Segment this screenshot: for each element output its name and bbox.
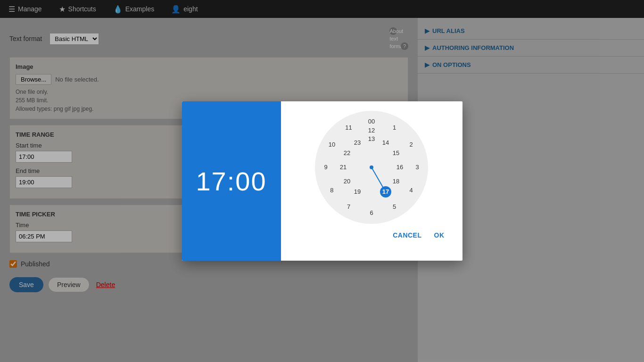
clock-circle: 001311421531641851767198209211022112312	[315, 111, 428, 224]
clock-number-22[interactable]: 22	[341, 148, 353, 159]
modal-clock-panel: 001311421531641851767198209211022112312 …	[281, 101, 462, 261]
clock-face[interactable]: 001311421531641851767198209211022112312	[315, 111, 428, 224]
clock-number-4[interactable]: 4	[405, 185, 417, 196]
clock-number-15[interactable]: 15	[390, 148, 402, 159]
cancel-button[interactable]: CANCEL	[389, 229, 425, 242]
clock-number-19[interactable]: 19	[352, 186, 363, 197]
time-picker-modal: 17:00 0013114215316418517671982092110	[182, 101, 462, 261]
clock-number-9[interactable]: 9	[320, 162, 331, 173]
clock-number-6[interactable]: 6	[366, 207, 377, 219]
clock-number-16[interactable]: 16	[394, 162, 405, 173]
ok-button[interactable]: OK	[430, 229, 448, 242]
modal-time-panel: 17:00	[182, 101, 281, 261]
clock-number-18[interactable]: 18	[390, 176, 402, 187]
clock-number-23[interactable]: 23	[352, 137, 363, 148]
clock-number-7[interactable]: 7	[343, 201, 355, 213]
clock-number-10[interactable]: 10	[326, 139, 338, 150]
clock-number-12[interactable]: 12	[366, 125, 377, 136]
clock-number-17[interactable]: 17	[380, 186, 391, 197]
clock-number-5[interactable]: 5	[389, 201, 400, 213]
modal-actions: CANCEL OK	[290, 229, 453, 242]
clock-number-21[interactable]: 21	[338, 162, 349, 173]
clock-number-14[interactable]: 14	[380, 137, 391, 148]
clock-number-8[interactable]: 8	[326, 185, 338, 196]
modal-time-display: 17:00	[196, 166, 266, 197]
clock-number-3[interactable]: 3	[412, 162, 423, 173]
clock-number-1[interactable]: 1	[389, 122, 400, 133]
clock-number-20[interactable]: 20	[341, 176, 353, 187]
clock-number-11[interactable]: 11	[343, 122, 355, 133]
clock-number-2[interactable]: 2	[405, 139, 417, 150]
modal-overlay[interactable]: 17:00 0013114215316418517671982092110	[0, 0, 644, 362]
